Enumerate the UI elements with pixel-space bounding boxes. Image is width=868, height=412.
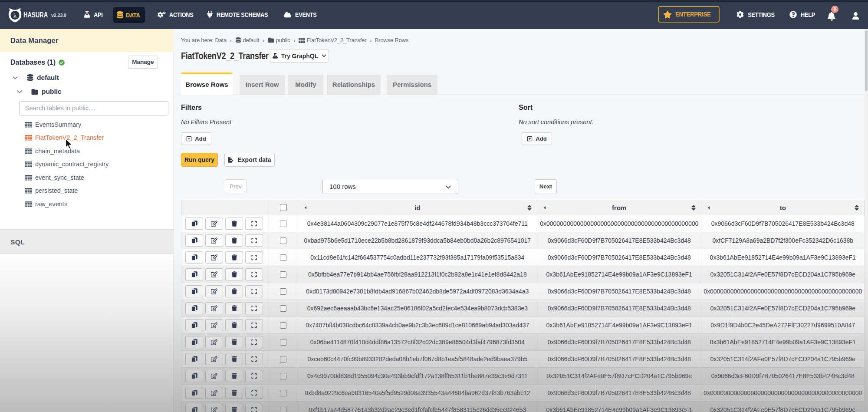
svg-text:λ: λ [13,12,17,19]
